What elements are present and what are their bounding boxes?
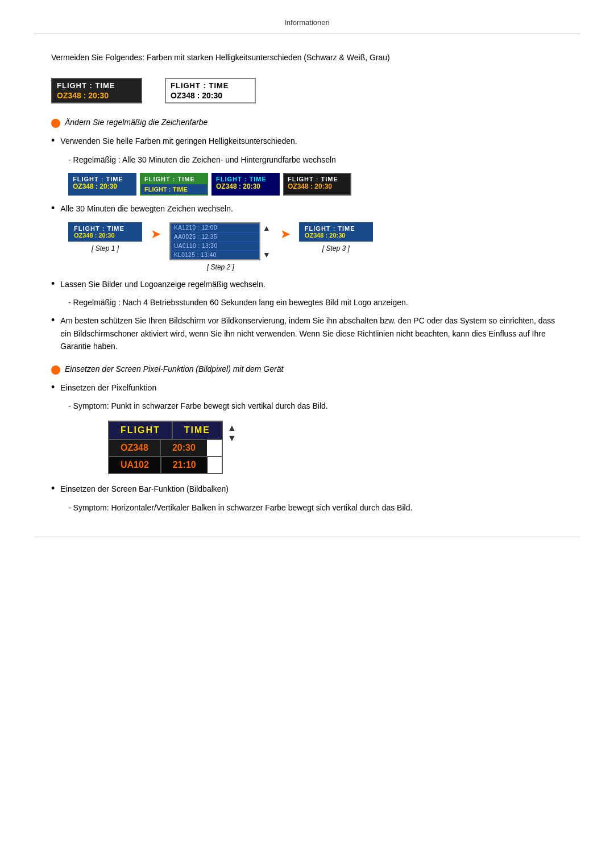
pixel-scroll-up: ▲ bbox=[227, 423, 237, 433]
pd-r2-c1: UA102 bbox=[109, 457, 161, 473]
bullet4-text: Am besten schützen Sie Ihren Bildschirm … bbox=[60, 314, 563, 352]
bullet2-text: Alle 30 Minuten die bewegten Zeichen wec… bbox=[60, 202, 233, 215]
flight-display-dark: FLIGHT : TIME OZ348 : 20:30 bbox=[51, 78, 142, 103]
fd-dark-data: OZ348 : 20:30 bbox=[57, 91, 136, 100]
step2-display-wrap: KA1210 : 12:00 AA0025 : 12:35 UA0110 : 1… bbox=[169, 222, 272, 260]
pd-flight-header: FLIGHT bbox=[109, 422, 173, 439]
bullet-item-5: • Einsetzen der Pixelfunktion bbox=[51, 381, 563, 394]
section2-heading-text: Einsetzen der Screen Pixel-Funktion (Bil… bbox=[65, 364, 283, 373]
pd-r2-c2: 21:10 bbox=[161, 457, 208, 473]
section2-heading: Einsetzen der Screen Pixel-Funktion (Bil… bbox=[51, 364, 563, 375]
bullet-item-6: • Einsetzen der Screen Bar-Funktion (Bil… bbox=[51, 483, 563, 495]
step2-unit: KA1210 : 12:00 AA0025 : 12:35 UA0110 : 1… bbox=[169, 222, 272, 271]
pd-header-row: FLIGHT TIME bbox=[109, 422, 222, 439]
steps-wrapper: FLIGHT : TIME OZ348 : 20:30 [ Step 1 ] ➤… bbox=[68, 222, 563, 271]
pd-r1-c2: 20:30 bbox=[161, 440, 207, 456]
pd-data-row1: OZ348 20:30 bbox=[109, 439, 222, 456]
cv1-data: OZ348 : 20:30 bbox=[73, 182, 132, 190]
arrow1-icon: ➤ bbox=[151, 227, 161, 242]
bullet-dot-6: • bbox=[51, 483, 55, 495]
bullet6-text: Einsetzen der Screen Bar-Funktion (Bildb… bbox=[60, 483, 229, 495]
pixel-display: FLIGHT TIME OZ348 20:30 UA102 21:10 bbox=[108, 421, 223, 474]
bullet-dot-5: • bbox=[51, 381, 55, 394]
cv1-header: FLIGHT : TIME bbox=[73, 176, 132, 182]
fd-light-header: FLIGHT : TIME bbox=[171, 81, 250, 90]
step3-header: FLIGHT : TIME bbox=[305, 225, 367, 232]
flight-display-light: FLIGHT : TIME OZ348 : 20:30 bbox=[165, 78, 256, 103]
step3-unit: FLIGHT : TIME OZ348 : 20:30 [ Step 3 ] bbox=[299, 222, 373, 252]
cv2-bottom-header: FLIGHT : TIME bbox=[141, 184, 207, 194]
step1-unit: FLIGHT : TIME OZ348 : 20:30 [ Step 1 ] bbox=[68, 222, 142, 252]
page-wrapper: Informationen Vermeiden Sie Folgendes: F… bbox=[0, 0, 614, 560]
step3-display: FLIGHT : TIME OZ348 : 20:30 bbox=[299, 222, 373, 242]
fd-light-data: OZ348 : 20:30 bbox=[171, 91, 250, 100]
content-area: Vermeiden Sie Folgendes: Farben mit star… bbox=[34, 51, 580, 514]
color-variant-2: FLIGHT : TIME FLIGHT : TIME bbox=[140, 173, 208, 196]
intro-displays-row: FLIGHT : TIME OZ348 : 20:30 FLIGHT : TIM… bbox=[51, 78, 563, 103]
page-footer bbox=[34, 537, 580, 537]
bullet-item-3: • Lassen Sie Bilder und Logoanzeige rege… bbox=[51, 278, 563, 290]
color-variant-4: FLIGHT : TIME OZ348 : 20:30 bbox=[283, 173, 351, 196]
cv3-data: OZ348 : 20:30 bbox=[216, 182, 275, 190]
step2-scroll-arrows: ▲ ▼ bbox=[262, 222, 272, 260]
arrow2: ➤ bbox=[280, 227, 291, 242]
orange-bullet-2 bbox=[51, 366, 60, 375]
bullet-dot-3: • bbox=[51, 278, 55, 290]
fd-dark-header: FLIGHT : TIME bbox=[57, 81, 136, 90]
pd-r1-c1: OZ348 bbox=[109, 440, 161, 456]
color-variants-row: FLIGHT : TIME OZ348 : 20:30 FLIGHT : TIM… bbox=[68, 173, 563, 196]
bullet-dot-1: • bbox=[51, 135, 55, 147]
arrow1: ➤ bbox=[151, 227, 161, 242]
pd-time-header: TIME bbox=[173, 422, 222, 439]
pixel-scroll-arrows: ▲ ▼ bbox=[225, 421, 239, 446]
header-title: Informationen bbox=[284, 18, 330, 27]
step2-row4: KL0125 : 13:40 bbox=[171, 251, 259, 259]
bullet-dot-4: • bbox=[51, 314, 55, 352]
step1-header: FLIGHT : TIME bbox=[74, 225, 136, 232]
scroll-up-icon: ▲ bbox=[263, 223, 271, 232]
sub-text-1: - Regelmäßig : Alle 30 Minuten die Zeich… bbox=[68, 153, 563, 166]
step3-label: [ Step 3 ] bbox=[322, 244, 350, 252]
orange-bullet-1 bbox=[51, 119, 60, 128]
color-variant-1: FLIGHT : TIME OZ348 : 20:30 bbox=[68, 173, 136, 196]
intro-text: Vermeiden Sie Folgendes: Farben mit star… bbox=[51, 51, 563, 64]
bullet-dot-2: • bbox=[51, 202, 55, 215]
page-header: Informationen bbox=[34, 11, 580, 34]
cv2-top-header: FLIGHT : TIME bbox=[141, 174, 207, 184]
bullet-item-4: • Am besten schützen Sie Ihren Bildschir… bbox=[51, 314, 563, 352]
sub-text-3: - Regelmäßig : Nach 4 Betriebsstunden 60… bbox=[68, 296, 563, 309]
bullet5-text: Einsetzen der Pixelfunktion bbox=[60, 381, 156, 394]
cv4-header: FLIGHT : TIME bbox=[288, 176, 347, 182]
step2-row1: KA1210 : 12:00 bbox=[171, 223, 259, 232]
arrow2-icon: ➤ bbox=[280, 227, 291, 242]
bullet-item-1: • Verwenden Sie helle Farben mit geringe… bbox=[51, 135, 563, 147]
step1-label: [ Step 1 ] bbox=[92, 244, 119, 252]
scroll-down-icon: ▼ bbox=[263, 250, 271, 259]
bullet1-text: Verwenden Sie helle Farben mit geringen … bbox=[60, 135, 297, 147]
pixel-scroll-down: ▼ bbox=[227, 433, 237, 443]
step1-display: FLIGHT : TIME OZ348 : 20:30 bbox=[68, 222, 142, 242]
sub-text-6: - Symptom: Horizontaler/Vertikaler Balke… bbox=[68, 501, 563, 514]
pd-data-row2: UA102 21:10 bbox=[109, 456, 222, 473]
bullet3-text: Lassen Sie Bilder und Logoanzeige regelm… bbox=[60, 278, 265, 290]
step2-display: KA1210 : 12:00 AA0025 : 12:35 UA0110 : 1… bbox=[169, 222, 260, 260]
step2-row3: UA0110 : 13:30 bbox=[171, 242, 259, 251]
bullet-item-2: • Alle 30 Minuten die bewegten Zeichen w… bbox=[51, 202, 563, 215]
cv3-header: FLIGHT : TIME bbox=[216, 176, 275, 182]
step3-data: OZ348 : 20:30 bbox=[305, 232, 367, 239]
section1-heading-text: Ändern Sie regelmäßig die Zeichenfarbe bbox=[65, 118, 208, 127]
color-variant-3: FLIGHT : TIME OZ348 : 20:30 bbox=[211, 173, 280, 196]
step2-label: [ Step 2 ] bbox=[207, 263, 234, 271]
sub-text-5: - Symptom: Punkt in schwarzer Farbe bewe… bbox=[68, 400, 563, 412]
step2-row2: AA0025 : 12:35 bbox=[171, 232, 259, 242]
pixel-display-container: FLIGHT TIME OZ348 20:30 UA102 21:10 ▲ ▼ bbox=[108, 421, 563, 474]
cv4-data: OZ348 : 20:30 bbox=[288, 182, 347, 190]
step1-data: OZ348 : 20:30 bbox=[74, 232, 136, 239]
section1-heading: Ändern Sie regelmäßig die Zeichenfarbe bbox=[51, 118, 563, 128]
